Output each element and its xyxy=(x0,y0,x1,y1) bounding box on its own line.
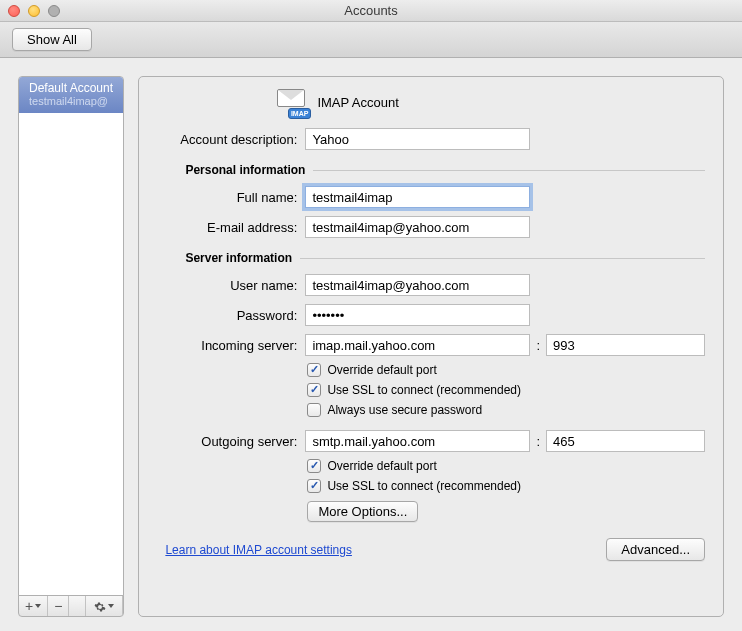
outgoing-port-field[interactable] xyxy=(546,430,705,452)
chevron-down-icon xyxy=(35,604,41,608)
remove-account-button[interactable]: − xyxy=(48,596,69,616)
toolbar: Show All xyxy=(0,22,742,58)
minus-icon: − xyxy=(54,598,62,614)
outgoing-override-port-label: Override default port xyxy=(327,459,436,473)
label-email: E-mail address: xyxy=(147,220,297,235)
more-options-button[interactable]: More Options... xyxy=(307,501,418,522)
incoming-use-ssl-checkbox[interactable] xyxy=(307,383,321,397)
port-separator: : xyxy=(536,338,540,353)
gear-icon xyxy=(94,600,106,612)
footer-spacer xyxy=(69,596,86,616)
outgoing-override-port-checkbox[interactable] xyxy=(307,459,321,473)
section-server-info: Server information xyxy=(185,251,292,265)
outgoing-use-ssl-checkbox[interactable] xyxy=(307,479,321,493)
incoming-server-field[interactable] xyxy=(305,334,530,356)
account-description-field[interactable] xyxy=(305,128,530,150)
account-actions-button[interactable] xyxy=(86,596,123,616)
window-title: Accounts xyxy=(0,3,742,18)
full-name-field[interactable] xyxy=(305,186,530,208)
label-password: Password: xyxy=(147,308,297,323)
account-type-label: IMAP Account xyxy=(317,95,398,110)
incoming-secure-password-label: Always use secure password xyxy=(327,403,482,417)
outgoing-use-ssl-label: Use SSL to connect (recommended) xyxy=(327,479,521,493)
plus-icon: + xyxy=(25,598,33,614)
label-outgoing-server: Outgoing server: xyxy=(147,434,297,449)
accounts-sidebar: Default Account testmail4imap@ + − xyxy=(18,76,124,617)
user-name-field[interactable] xyxy=(305,274,530,296)
label-incoming-server: Incoming server: xyxy=(147,338,297,353)
incoming-port-field[interactable] xyxy=(546,334,705,356)
incoming-override-port-checkbox[interactable] xyxy=(307,363,321,377)
section-personal-info: Personal information xyxy=(185,163,305,177)
incoming-override-port-label: Override default port xyxy=(327,363,436,377)
label-account-description: Account description: xyxy=(147,132,297,147)
imap-envelope-icon: IMAP xyxy=(277,89,307,115)
account-item-title: Default Account xyxy=(29,81,113,95)
advanced-button[interactable]: Advanced... xyxy=(606,538,705,561)
incoming-use-ssl-label: Use SSL to connect (recommended) xyxy=(327,383,521,397)
incoming-secure-password-checkbox[interactable] xyxy=(307,403,321,417)
label-full-name: Full name: xyxy=(147,190,297,205)
learn-imap-link[interactable]: Learn about IMAP account settings xyxy=(165,543,352,557)
accounts-list[interactable]: Default Account testmail4imap@ xyxy=(18,76,124,596)
password-field[interactable] xyxy=(305,304,530,326)
account-item-sub: testmail4imap@ xyxy=(29,95,113,107)
window-titlebar: Accounts xyxy=(0,0,742,22)
outgoing-server-field[interactable] xyxy=(305,430,530,452)
show-all-button[interactable]: Show All xyxy=(12,28,92,51)
account-item-default[interactable]: Default Account testmail4imap@ xyxy=(19,77,123,113)
label-user-name: User name: xyxy=(147,278,297,293)
account-settings-panel: IMAP IMAP Account Account description: P… xyxy=(138,76,724,617)
email-field[interactable] xyxy=(305,216,530,238)
sidebar-footer: + − xyxy=(18,595,124,617)
add-account-button[interactable]: + xyxy=(19,596,48,616)
chevron-down-icon xyxy=(108,604,114,608)
port-separator: : xyxy=(536,434,540,449)
